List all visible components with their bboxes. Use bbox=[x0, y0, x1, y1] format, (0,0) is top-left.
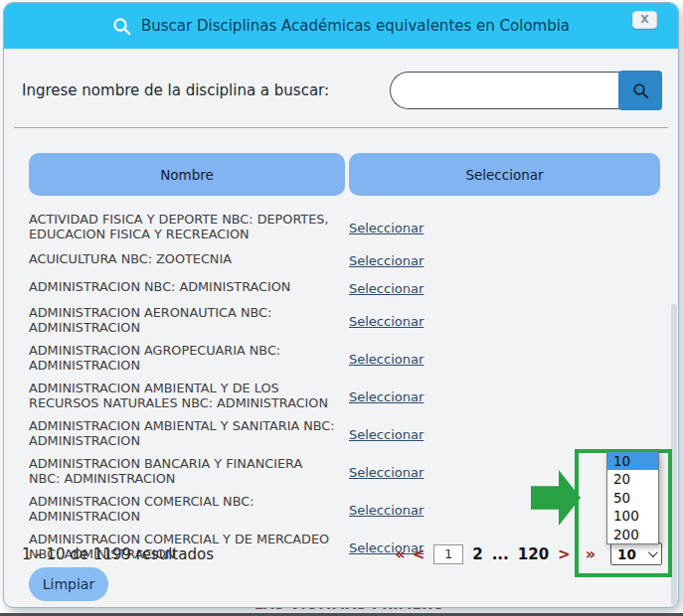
discipline-name: ADMINISTRACION AERONAUTICA NBC: ADMINIST… bbox=[29, 306, 345, 335]
page-ellipsis: ... bbox=[492, 545, 509, 563]
search-row: Ingrese nombre de la disciplina a buscar… bbox=[22, 71, 662, 110]
results-count: 1 - 10 de 1199 resultados bbox=[22, 545, 214, 563]
scrollbar-thumb[interactable] bbox=[671, 304, 677, 605]
select-link[interactable]: Seleccionar bbox=[349, 314, 424, 329]
select-link[interactable]: Seleccionar bbox=[349, 503, 424, 518]
table-header: Nombre Seleccionar bbox=[29, 153, 678, 196]
search-input[interactable] bbox=[390, 72, 620, 109]
discipline-name: ADMINISTRACION AMBIENTAL Y DE LOS RECURS… bbox=[29, 382, 345, 410]
search-icon bbox=[112, 17, 131, 36]
table-row: ACUICULTURA NBC: ZOOTECNIA Seleccionar bbox=[29, 250, 678, 269]
clear-button[interactable]: Limpiar bbox=[29, 567, 108, 601]
search-group bbox=[390, 71, 662, 110]
discipline-name: ADMINISTRACION AMBIENTAL Y SANITARIA NBC… bbox=[29, 419, 345, 448]
table-row: ADMINISTRACION AMBIENTAL Y SANITARIA NBC… bbox=[29, 419, 678, 448]
select-link[interactable]: Seleccionar bbox=[349, 352, 424, 367]
table-row: ADMINISTRACION BANCARIA Y FINANCIERA NBC… bbox=[29, 457, 678, 486]
last-page-button[interactable]: » bbox=[586, 544, 594, 563]
select-link[interactable]: Seleccionar bbox=[349, 389, 424, 404]
discipline-name: ADMINISTRACION NBC: ADMINISTRACION bbox=[29, 280, 345, 295]
select-link[interactable]: Seleccionar bbox=[349, 253, 424, 268]
results-table: ACTIVIDAD FISICA Y DEPORTE NBC: DEPORTES… bbox=[29, 213, 678, 561]
select-link[interactable]: Seleccionar bbox=[349, 465, 424, 480]
table-row: ADMINISTRACION AMBIENTAL Y DE LOS RECURS… bbox=[29, 382, 678, 410]
modal-title: Buscar Disciplinas Académicas equivalent… bbox=[141, 17, 570, 35]
table-row: ADMINISTRACION NBC: ADMINISTRACION Selec… bbox=[29, 278, 678, 297]
page-size-option[interactable]: 200 bbox=[607, 526, 658, 543]
current-page-input[interactable] bbox=[433, 544, 463, 564]
page-size-option[interactable]: 20 bbox=[607, 470, 658, 488]
pagination-controls: « < 2 ... 120 > » 10 bbox=[395, 542, 664, 565]
search-disciplines-modal: Buscar Disciplinas Académicas equivalent… bbox=[3, 2, 679, 608]
previous-page-button[interactable]: < bbox=[413, 545, 426, 563]
discipline-name: ACUICULTURA NBC: ZOOTECNIA bbox=[29, 252, 345, 267]
select-link[interactable]: Seleccionar bbox=[349, 427, 424, 442]
table-row: ADMINISTRACION COMERCIAL NBC: ADMINISTRA… bbox=[29, 495, 678, 524]
search-button[interactable] bbox=[618, 71, 662, 110]
first-page-button[interactable]: « bbox=[395, 544, 403, 563]
table-row: ACTIVIDAD FISICA Y DEPORTE NBC: DEPORTES… bbox=[29, 213, 678, 241]
column-header-nombre: Nombre bbox=[29, 153, 345, 196]
page-size-dropdown: 10 20 50 100 200 bbox=[606, 451, 659, 544]
close-button[interactable]: X bbox=[632, 11, 657, 29]
page-2-link[interactable]: 2 bbox=[472, 545, 482, 563]
discipline-name: ADMINISTRACION BANCARIA Y FINANCIERA NBC… bbox=[29, 457, 345, 486]
last-page-link[interactable]: 120 bbox=[518, 545, 549, 563]
section-divider bbox=[14, 127, 668, 128]
select-link[interactable]: Seleccionar bbox=[349, 221, 424, 235]
page-size-select[interactable]: 10 bbox=[610, 542, 662, 565]
discipline-name: ACTIVIDAD FISICA Y DEPORTE NBC: DEPORTES… bbox=[29, 213, 345, 241]
results-pagination-row: 1 - 10 de 1199 resultados « < 2 ... 120 … bbox=[22, 542, 664, 565]
page-size-option[interactable]: 100 bbox=[607, 507, 658, 525]
page-size-option[interactable]: 10 bbox=[607, 452, 658, 470]
search-label: Ingrese nombre de la disciplina a buscar… bbox=[22, 81, 329, 99]
discipline-name: ADMINISTRACION COMERCIAL NBC: ADMINISTRA… bbox=[29, 495, 345, 524]
table-row: ADMINISTRACION AERONAUTICA NBC: ADMINIST… bbox=[29, 306, 678, 335]
page-size-option[interactable]: 50 bbox=[607, 489, 658, 507]
chevron-down-icon bbox=[648, 547, 658, 557]
modal-header: Buscar Disciplinas Académicas equivalent… bbox=[4, 3, 678, 49]
select-link[interactable]: Seleccionar bbox=[349, 281, 424, 296]
page-size-value: 10 bbox=[617, 546, 636, 562]
next-page-button[interactable]: > bbox=[558, 545, 571, 563]
magnifier-icon bbox=[632, 82, 649, 99]
discipline-name: ADMINISTRACION AGROPECUARIA NBC: ADMINIS… bbox=[29, 344, 345, 373]
column-header-seleccionar: Seleccionar bbox=[349, 153, 660, 196]
table-row: ADMINISTRACION AGROPECUARIA NBC: ADMINIS… bbox=[29, 344, 678, 373]
